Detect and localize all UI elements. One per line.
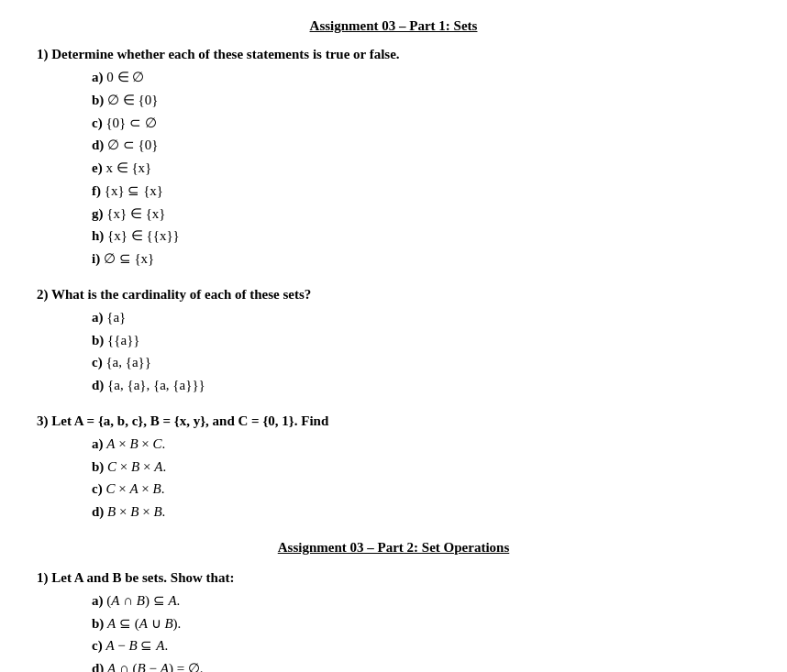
item-content: B × B × B.: [107, 504, 165, 519]
item-label: c): [92, 481, 103, 496]
item-content: A ⊆ (A ∪ B).: [107, 616, 181, 631]
q3-items: a) A × B × C. b) C × B × A. c) C × A × B…: [92, 433, 750, 523]
item-label: f): [92, 183, 101, 198]
item-label: a): [92, 70, 104, 84]
list-item: a) {a}: [92, 306, 750, 329]
item-label: d): [92, 661, 104, 672]
item-content: C × B × A.: [107, 459, 166, 474]
section-q3-title: 3) Let A = {a, b, c}, B = {x, y}, and C …: [37, 413, 750, 429]
item-label: d): [92, 504, 104, 519]
item-content: A − B ⊆ A.: [105, 638, 168, 653]
section-p2-q1: 1) Let A and B be sets. Show that: a) (A…: [37, 570, 750, 672]
item-label: d): [92, 378, 104, 392]
section-p2-q1-title: 1) Let A and B be sets. Show that:: [37, 570, 750, 586]
p2-q1-items: a) (A ∩ B) ⊆ A. b) A ⊆ (A ∪ B). c) A − B…: [92, 589, 750, 672]
item-content: {0} ⊂ ∅: [105, 116, 156, 130]
item-label: i): [92, 251, 100, 266]
list-item: i) ∅ ⊆ {x}: [92, 248, 750, 270]
item-label: b): [92, 616, 104, 631]
item-content: ∅ ⊆ {x}: [104, 251, 154, 266]
list-item: f) {x} ⊆ {x}: [92, 180, 750, 203]
item-label: a): [92, 436, 104, 451]
item-label: b): [92, 333, 104, 347]
item-label: c): [92, 116, 103, 130]
list-item: c) {a, {a}}: [92, 351, 750, 374]
list-item: b) {{a}}: [92, 329, 750, 352]
list-item: d) ∅ ⊂ {0}: [92, 134, 750, 157]
item-content: {x} ∈ {x}: [106, 206, 165, 221]
top-heading: Assignment 03 – Part 1: Sets: [37, 18, 750, 34]
list-item: a) A × B × C.: [92, 433, 750, 456]
item-content: {x} ∈ {{x}}: [107, 228, 180, 243]
item-content: {{a}}: [107, 333, 139, 347]
list-item: c) C × A × B.: [92, 478, 750, 501]
section-q1-title: 1) Determine whether each of these state…: [37, 47, 750, 62]
list-item: b) C × B × A.: [92, 456, 750, 479]
list-item: b) ∅ ∈ {0}: [92, 89, 750, 112]
item-content: ∅ ∈ {0}: [107, 93, 158, 107]
p2-q1-number: 1): [37, 570, 49, 585]
item-content: A ∩ (B − A) = ∅.: [107, 661, 204, 672]
item-content: {x} ⊆ {x}: [105, 183, 163, 198]
list-item: d) B × B × B.: [92, 501, 750, 523]
list-item: g) {x} ∈ {x}: [92, 203, 750, 226]
item-content: A × B × C.: [106, 436, 165, 451]
section-q1: 1) Determine whether each of these state…: [37, 47, 750, 270]
item-label: a): [92, 310, 104, 325]
list-item: a) (A ∩ B) ⊆ A.: [92, 589, 750, 612]
list-item: a) 0 ∈ ∅: [92, 66, 750, 89]
item-label: b): [92, 93, 104, 107]
q2-question: What is the cardinality of each of these…: [51, 287, 311, 302]
item-content: 0 ∈ ∅: [106, 70, 144, 84]
q3-question: Let A = {a, b, c}, B = {x, y}, and C = {…: [51, 413, 328, 428]
part2-heading: Assignment 03 – Part 2: Set Operations: [37, 540, 750, 556]
item-content: {a, {a}}: [105, 355, 151, 369]
q2-number: 2): [37, 287, 49, 302]
item-content: C × A × B.: [105, 481, 164, 496]
list-item: h) {x} ∈ {{x}}: [92, 225, 750, 248]
list-item: c) A − B ⊆ A.: [92, 634, 750, 657]
list-item: c) {0} ⊂ ∅: [92, 112, 750, 135]
section-q3: 3) Let A = {a, b, c}, B = {x, y}, and C …: [37, 413, 750, 523]
q1-number: 1): [37, 47, 49, 61]
item-content: x ∈ {x}: [105, 160, 151, 175]
section-q2: 2) What is the cardinality of each of th…: [37, 287, 750, 397]
list-item: d) A ∩ (B − A) = ∅.: [92, 657, 750, 672]
item-content: {a, {a}, {a, {a}}}: [107, 378, 205, 392]
section-q2-title: 2) What is the cardinality of each of th…: [37, 287, 750, 303]
item-label: h): [92, 228, 104, 243]
item-label: c): [92, 355, 103, 369]
q3-number: 3): [37, 413, 49, 428]
item-label: g): [92, 206, 104, 221]
item-label: b): [92, 459, 104, 474]
item-label: d): [92, 138, 104, 152]
list-item: b) A ⊆ (A ∪ B).: [92, 612, 750, 635]
list-item: d) {a, {a}, {a, {a}}}: [92, 374, 750, 397]
item-label: e): [92, 160, 103, 175]
q1-items: a) 0 ∈ ∅ b) ∅ ∈ {0} c) {0} ⊂ ∅ d) ∅ ⊂ {0…: [92, 66, 750, 270]
list-item: e) x ∈ {x}: [92, 157, 750, 180]
q1-question: Determine whether each of these statemen…: [51, 47, 399, 61]
item-content: {a}: [106, 310, 126, 325]
page-content: Assignment 03 – Part 1: Sets 1) Determin…: [37, 18, 750, 672]
item-label: c): [92, 638, 103, 653]
q2-items: a) {a} b) {{a}} c) {a, {a}} d) {a, {a}, …: [92, 306, 750, 397]
item-content: (A ∩ B) ⊆ A.: [106, 593, 180, 608]
item-label: a): [92, 593, 104, 608]
item-content: ∅ ⊂ {0}: [107, 138, 158, 152]
p2-q1-question: Let A and B be sets. Show that:: [51, 570, 234, 585]
